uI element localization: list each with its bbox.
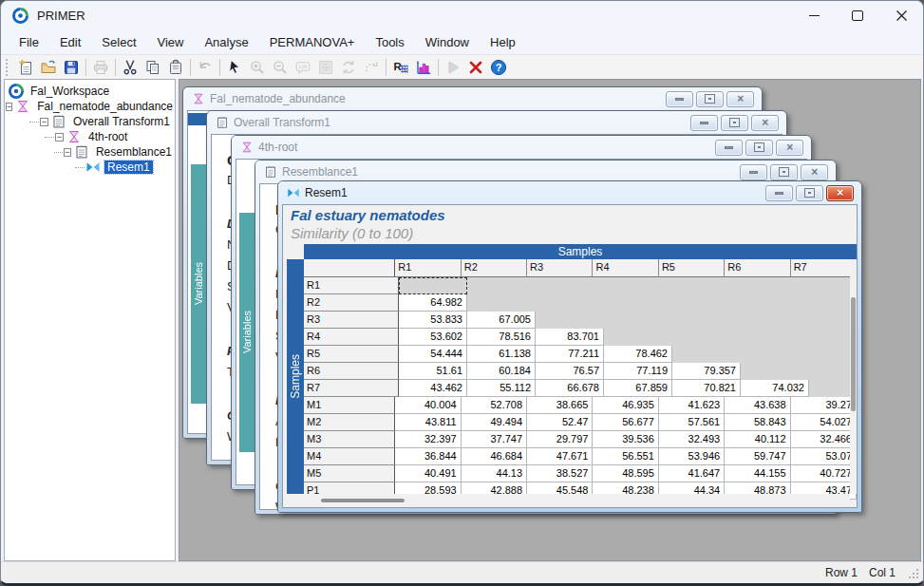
- window-minimize-button[interactable]: [765, 185, 793, 201]
- matrix-cell[interactable]: 55.112: [467, 380, 536, 397]
- matrix-cell[interactable]: 43.462: [399, 380, 467, 397]
- window-title-bar[interactable]: 4th-root×: [236, 136, 807, 159]
- matrix-cell[interactable]: 83.701: [536, 329, 604, 346]
- matrix-cell[interactable]: 46.684: [462, 448, 527, 465]
- matrix-cell[interactable]: 54.444: [399, 346, 467, 363]
- menu-file[interactable]: File: [9, 32, 49, 52]
- matrix-cell[interactable]: 77.119: [604, 363, 672, 380]
- menu-view[interactable]: View: [147, 32, 195, 52]
- matrix-column-header[interactable]: R6: [725, 259, 790, 276]
- child-window-resem1[interactable]: Resem1×Fal estuary nematodesSimilarity (…: [277, 180, 862, 513]
- help-button[interactable]: ?: [487, 56, 510, 78]
- matrix-cell[interactable]: 38.527: [527, 465, 593, 482]
- tree-expander-collapse[interactable]: −: [55, 133, 64, 142]
- menu-help[interactable]: Help: [480, 32, 526, 52]
- window-close-button[interactable]: ×: [726, 91, 754, 107]
- window-maximize-button[interactable]: [796, 185, 823, 201]
- window-close-button[interactable]: ×: [776, 140, 803, 156]
- close-button[interactable]: [879, 1, 923, 29]
- matrix-cell[interactable]: 29.797: [527, 431, 593, 448]
- tree-expander-collapse[interactable]: −: [6, 103, 12, 111]
- matrix-cell[interactable]: 39.27: [791, 397, 857, 414]
- menu-window[interactable]: Window: [415, 32, 480, 52]
- matrix-row-header[interactable]: R5: [304, 346, 399, 363]
- matrix-cell[interactable]: 53.602: [399, 329, 467, 346]
- matrix-cell[interactable]: 59.747: [725, 448, 790, 465]
- matrix-cell[interactable]: 64.982: [399, 294, 467, 312]
- window-minimize-button[interactable]: [690, 115, 718, 131]
- matrix-cell[interactable]: 48.595: [593, 465, 658, 482]
- menu-permanova[interactable]: PERMANOVA+: [259, 32, 366, 52]
- menu-edit[interactable]: Edit: [49, 32, 91, 52]
- copy-button[interactable]: [141, 56, 164, 78]
- matrix-row-header[interactable]: R1: [304, 277, 399, 294]
- matrix-cell[interactable]: 60.184: [467, 363, 536, 380]
- matrix-cell[interactable]: 36.844: [395, 448, 461, 465]
- resemblance-button[interactable]: R: [389, 56, 412, 78]
- matrix-column-header[interactable]: R2: [462, 259, 527, 276]
- matrix-cell[interactable]: 78.516: [467, 329, 536, 346]
- matrix-cell[interactable]: 67.005: [467, 312, 536, 329]
- vertical-scrollbar-thumb[interactable]: [851, 297, 856, 411]
- matrix-cell[interactable]: 49.494: [462, 414, 527, 431]
- matrix-row-header[interactable]: M4: [304, 448, 395, 465]
- matrix-cell[interactable]: 44.13: [462, 465, 527, 482]
- matrix-row-header[interactable]: M1: [304, 397, 395, 414]
- matrix-row-header[interactable]: R3: [304, 312, 399, 329]
- mds-plot-button[interactable]: [412, 56, 435, 78]
- window-title-bar[interactable]: Overall Transform1×: [211, 111, 783, 134]
- matrix-cell[interactable]: 79.357: [672, 363, 741, 380]
- matrix-cell[interactable]: 47.671: [527, 448, 593, 465]
- sidebar-item-overall-transform1[interactable]: −Overall Transform1: [5, 114, 175, 129]
- matrix-row-header[interactable]: R7: [304, 380, 399, 397]
- matrix-cell[interactable]: 38.665: [527, 397, 593, 414]
- matrix-cell[interactable]: 40.727: [791, 465, 857, 482]
- matrix-cell[interactable]: 52.47: [527, 414, 593, 431]
- sidebar-item-fal-nematode-abundance[interactable]: −Fal_nematode_abundance: [5, 99, 175, 114]
- matrix-column-header[interactable]: R7: [791, 259, 857, 276]
- horizontal-scrollbar[interactable]: [304, 494, 850, 507]
- matrix-cell[interactable]: 76.57: [536, 363, 604, 380]
- window-minimize-button[interactable]: [666, 91, 693, 107]
- window-title-bar[interactable]: Resem1×: [282, 181, 858, 204]
- tree-expander-collapse[interactable]: −: [64, 148, 71, 157]
- window-maximize-button[interactable]: [721, 115, 748, 131]
- window-close-button[interactable]: ×: [801, 164, 828, 180]
- toolbar-grip[interactable]: [6, 59, 11, 76]
- window-maximize-button[interactable]: [696, 91, 724, 107]
- matrix-cell[interactable]: 40.112: [725, 431, 790, 448]
- window-minimize-button[interactable]: [715, 140, 743, 156]
- maximize-button[interactable]: [836, 1, 879, 29]
- sidebar-item-fal-workspace[interactable]: Fal_Workspace: [5, 84, 175, 99]
- window-minimize-button[interactable]: [740, 164, 767, 180]
- matrix-cell[interactable]: 54.027: [791, 414, 857, 431]
- matrix-cell[interactable]: 41.623: [659, 397, 725, 414]
- window-title-bar[interactable]: Fal_nematode_abundance×: [187, 87, 758, 110]
- matrix-column-header[interactable]: R1: [395, 259, 461, 276]
- window-maximize-button[interactable]: [770, 164, 798, 180]
- horizontal-scrollbar-thumb[interactable]: [321, 499, 405, 502]
- matrix-row-header[interactable]: R2: [304, 294, 399, 312]
- matrix-cell[interactable]: 32.466: [791, 431, 857, 448]
- window-maximize-button[interactable]: [745, 140, 773, 156]
- matrix-cell[interactable]: 70.821: [672, 380, 741, 397]
- cut-button[interactable]: [119, 56, 141, 78]
- matrix-cell[interactable]: 44.155: [725, 465, 790, 482]
- stop-button[interactable]: [464, 56, 487, 78]
- matrix-column-header[interactable]: R5: [659, 259, 725, 276]
- paste-button[interactable]: [164, 56, 187, 78]
- matrix-row-header[interactable]: R6: [304, 363, 399, 380]
- matrix-row-header[interactable]: M3: [304, 431, 395, 448]
- matrix-cell[interactable]: 56.677: [593, 414, 658, 431]
- matrix-cell[interactable]: 53.833: [399, 312, 467, 329]
- matrix-cell[interactable]: 40.004: [395, 397, 461, 414]
- matrix-cell[interactable]: 53.07: [791, 448, 857, 465]
- matrix-cell[interactable]: 74.032: [741, 380, 809, 397]
- matrix-cell[interactable]: 61.138: [467, 346, 536, 363]
- window-close-button[interactable]: ×: [826, 185, 854, 201]
- menu-select[interactable]: Select: [91, 32, 146, 52]
- matrix-column-header[interactable]: R4: [593, 259, 658, 276]
- matrix-cell[interactable]: 56.551: [593, 448, 658, 465]
- tree-expander-collapse[interactable]: −: [40, 118, 48, 126]
- matrix-cell[interactable]: 67.859: [604, 380, 672, 397]
